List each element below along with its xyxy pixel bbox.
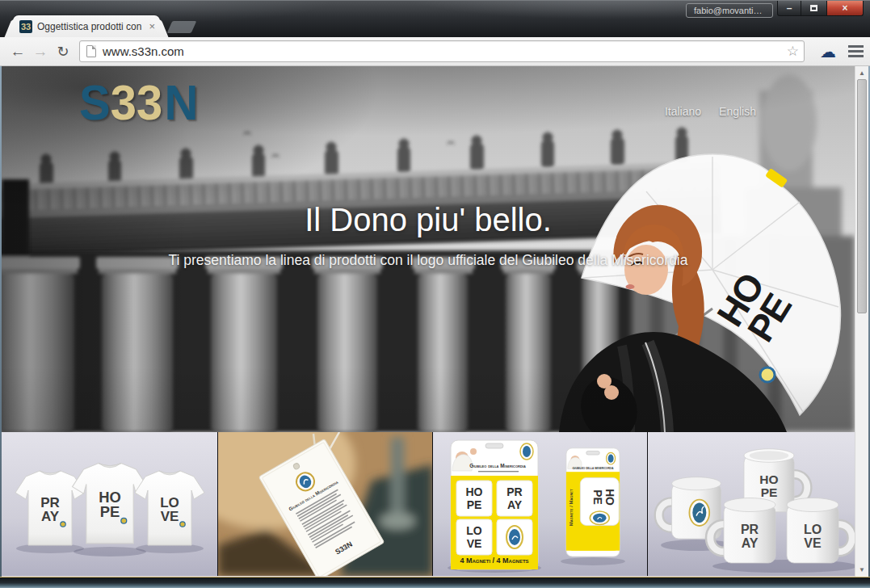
magnets-pack4-label: 4 Magneti / 4 Magnets xyxy=(460,556,528,565)
window-bottom-frame xyxy=(0,577,870,588)
magnet-tile-pray-1: PR xyxy=(506,485,522,498)
thumbnail-tag[interactable]: Giubileo della Misericordia S33N xyxy=(218,432,433,576)
mug-pray-line1: PR xyxy=(741,523,759,536)
magnet-tile-love-2: VE xyxy=(467,537,482,550)
logo-letter-s: S xyxy=(79,78,111,128)
cloud-extension-icon[interactable]: ☁ xyxy=(816,42,840,61)
close-button[interactable]: × xyxy=(826,1,864,16)
site-favicon-icon: 33 xyxy=(19,20,32,33)
magnets-header2-text: Giubileo della Misericordia xyxy=(573,466,615,470)
browser-tab[interactable]: 33 Oggettistica prodotti con × xyxy=(13,15,160,37)
browser-toolbar: ← → ↻ www.s33n.com ☆ ☁ xyxy=(0,37,870,66)
thumbnail-tshirts[interactable]: PR AY HO PE LO VE xyxy=(2,432,218,576)
language-nav: Italiano English xyxy=(665,105,756,118)
magnet-tile-hope-2: PE xyxy=(467,498,482,511)
magnet-tile-hope-1: HO xyxy=(466,485,483,498)
reload-button[interactable]: ↻ xyxy=(52,38,74,65)
scroll-down-arrow[interactable]: ▼ xyxy=(855,564,868,576)
page-icon xyxy=(86,45,96,57)
tab-title: Oggettistica prodotti con xyxy=(37,21,145,32)
magnet2-hope-2: PE xyxy=(591,489,603,504)
hero-title: Il Dono piu' bello. xyxy=(2,202,855,238)
forward-button[interactable]: → xyxy=(29,38,52,65)
scroll-up-arrow[interactable]: ▲ xyxy=(855,67,868,79)
address-bar[interactable]: www.s33n.com ☆ xyxy=(79,40,805,62)
thumbnail-magnets[interactable]: Giubileo della Misericordia HO PE PR xyxy=(433,432,648,576)
nav-italiano[interactable]: Italiano xyxy=(665,105,701,118)
hamburger-icon xyxy=(848,45,864,57)
umbrella-logo-dot xyxy=(760,368,775,382)
window-edge-left xyxy=(0,66,2,577)
url-text[interactable]: www.s33n.com xyxy=(103,44,782,58)
new-tab-button[interactable] xyxy=(167,21,197,33)
magnet2-hope-1: HO xyxy=(603,489,616,506)
thumbnail-mugs[interactable]: HO PE PR AY xyxy=(648,432,855,576)
profile-badge[interactable]: fabio@movantia... xyxy=(686,3,773,18)
hero-subtitle: Ti presentiamo la linea di prodotti con … xyxy=(2,252,855,269)
window-titlebar[interactable]: 33 Oggettistica prodotti con × fabio@mov… xyxy=(0,0,870,37)
mug-hope-line2: PE xyxy=(761,485,778,499)
logo-letter-n: N xyxy=(164,78,198,128)
tshirt-hope-line2: PE xyxy=(100,503,120,520)
tshirt-pray-line2: AY xyxy=(41,509,60,524)
mug-hope-line1: HO xyxy=(759,472,778,486)
restore-icon xyxy=(810,5,817,11)
menu-button[interactable] xyxy=(843,45,868,57)
magnets-pack1-label: Magnete / Magnet xyxy=(569,489,574,526)
mug-pray-line2: AY xyxy=(742,536,759,550)
maximize-button[interactable] xyxy=(801,1,826,16)
mug-love-line1: LO xyxy=(804,523,822,536)
window-controls: – × xyxy=(777,1,864,16)
browser-window: 33 Oggettistica prodotti con × fabio@mov… xyxy=(0,0,870,588)
mug-love-line2: VE xyxy=(804,536,822,550)
nav-english[interactable]: English xyxy=(719,105,756,118)
bookmark-star-icon[interactable]: ☆ xyxy=(787,43,799,60)
minimize-button[interactable]: – xyxy=(777,1,801,16)
tshirt-love-line2: VE xyxy=(161,509,179,524)
hero-section: HO PE S 33 N Italiano English Il Dono pi… xyxy=(2,66,855,432)
page-scrollbar[interactable]: ▲ ▼ xyxy=(855,66,868,577)
product-thumbnails: PR AY HO PE LO VE xyxy=(2,432,855,576)
tab-close-icon[interactable]: × xyxy=(149,20,155,32)
magnets-header-text: Giubileo della Misericordia xyxy=(469,463,526,468)
magnet-tile-love-1: LO xyxy=(466,524,482,537)
magnet-tile-pray-2: AY xyxy=(507,498,523,511)
logo-letters-33: 33 xyxy=(111,78,163,128)
page-viewport: HO PE S 33 N Italiano English Il Dono pi… xyxy=(2,66,868,577)
back-button[interactable]: ← xyxy=(6,38,29,65)
site-logo[interactable]: S 33 N xyxy=(79,78,198,128)
scrollbar-thumb[interactable] xyxy=(857,79,867,313)
